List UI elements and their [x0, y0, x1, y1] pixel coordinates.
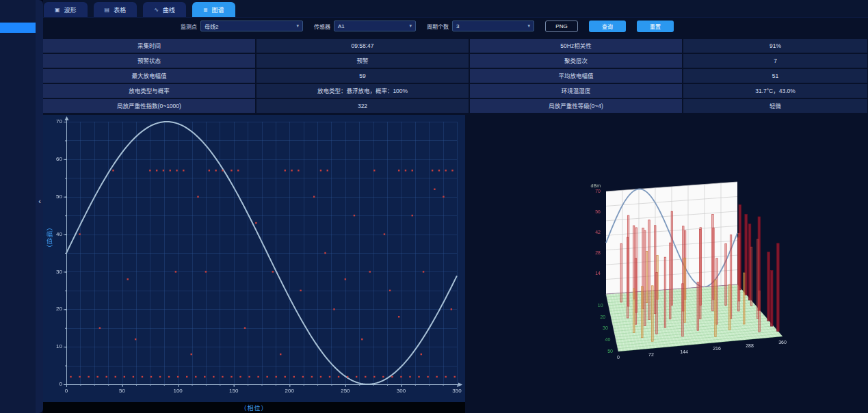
- table-value: 322: [257, 99, 469, 113]
- table-label: 放电类型与概率: [43, 84, 255, 98]
- curve-icon: ∿: [154, 7, 159, 13]
- tab-spectrum[interactable]: ≣ 图谱: [192, 2, 235, 17]
- table-value: 预警: [257, 54, 469, 68]
- prpd-x-axis-strip: （相位）: [43, 402, 465, 413]
- table-value: 09:58:47: [257, 39, 469, 53]
- tab-waveform-label: 波形: [64, 5, 77, 14]
- prpd-x-axis-title: （相位）: [240, 403, 267, 412]
- tab-curve[interactable]: ∿ 曲线: [143, 2, 186, 17]
- table-label: 最大放电幅值: [43, 69, 255, 83]
- spectrum-icon: ≣: [203, 7, 208, 13]
- period-count-select[interactable]: 3 ▾: [452, 21, 534, 31]
- tab-table-label: 表格: [114, 5, 126, 14]
- filter-monitor-point: 监测点 母线2 ▾: [181, 21, 303, 31]
- period-count-value: 3: [456, 23, 459, 29]
- tab-spectrum-label: 图谱: [212, 5, 224, 14]
- main-panel: ▣ 波形 ▤ 表格 ∿ 曲线 ≣ 图谱 监测点 母线2 ▾: [43, 0, 868, 413]
- filter-toolbar: 监测点 母线2 ▾ 传感器 A1 ▾ 周期个数 3 ▾ P: [43, 18, 868, 34]
- export-png-button[interactable]: PNG: [545, 21, 578, 32]
- reset-button[interactable]: 重置: [637, 21, 674, 32]
- table-value: 轻微: [683, 99, 867, 113]
- sensor-value: A1: [338, 23, 345, 29]
- table-value: 91%: [683, 39, 867, 53]
- sidebar-rail: [36, 0, 43, 413]
- left-sidebar: [0, 0, 36, 413]
- table-label: 环境温湿度: [470, 84, 682, 98]
- table-value: 59: [257, 69, 469, 83]
- summary-table: 采集时间 09:58:47 50Hz相关性 91% 预警状态 预警 聚类层次 7…: [43, 39, 867, 113]
- tab-bar: ▣ 波形 ▤ 表格 ∿ 曲线 ≣ 图谱: [43, 0, 868, 18]
- tab-curve-label: 曲线: [163, 5, 175, 14]
- chevron-down-icon: ▾: [527, 23, 530, 29]
- table-value: 51: [683, 69, 867, 83]
- app-window: ‹ ▣ 波形 ▤ 表格 ∿ 曲线 ≣ 图谱 监测点: [0, 0, 868, 413]
- table-label: 聚类层次: [470, 54, 682, 68]
- table-value: 放电类型：悬浮放电，概率：100%: [257, 84, 469, 98]
- filter-monitor-point-label: 监测点: [181, 23, 197, 30]
- chevron-down-icon: ▾: [296, 23, 299, 29]
- tab-table[interactable]: ▤ 表格: [94, 2, 137, 17]
- table-icon: ▤: [105, 7, 110, 13]
- filter-sensor-label: 传感器: [314, 23, 330, 30]
- table-value: 7: [683, 54, 867, 68]
- prps-canvas[interactable]: [581, 176, 797, 368]
- chevron-down-icon: ▾: [409, 23, 412, 29]
- table-label: 采集时间: [43, 39, 255, 53]
- prpd-y-axis-title: （幅值）: [45, 224, 54, 252]
- waveform-icon: ▣: [55, 7, 60, 13]
- filter-period-count-label: 周期个数: [427, 23, 449, 30]
- filter-sensor: 传感器 A1 ▾: [314, 21, 416, 31]
- sidebar-item-selected[interactable]: [0, 23, 36, 33]
- table-label: 局放严重性指数(0~1000): [43, 99, 255, 113]
- table-label: 50Hz相关性: [470, 39, 682, 53]
- table-value: 31.7°C，43.0%: [683, 84, 867, 98]
- prps-chart-panel: [581, 176, 797, 368]
- prpd-chart-panel: （幅值）: [43, 115, 465, 402]
- tab-waveform[interactable]: ▣ 波形: [44, 2, 88, 17]
- table-label: 局放严重性等级(0~4): [470, 99, 682, 113]
- monitor-point-value: 母线2: [205, 23, 218, 30]
- table-label: 预警状态: [43, 54, 255, 68]
- monitor-point-select[interactable]: 母线2 ▾: [200, 21, 303, 31]
- query-button[interactable]: 查询: [589, 21, 626, 32]
- sensor-select[interactable]: A1 ▾: [334, 21, 416, 31]
- table-label: 平均放电幅值: [470, 69, 682, 83]
- collapse-chevron-icon[interactable]: ‹: [36, 196, 43, 206]
- filter-period-count: 周期个数 3 ▾: [427, 21, 534, 31]
- prpd-canvas[interactable]: [43, 115, 465, 402]
